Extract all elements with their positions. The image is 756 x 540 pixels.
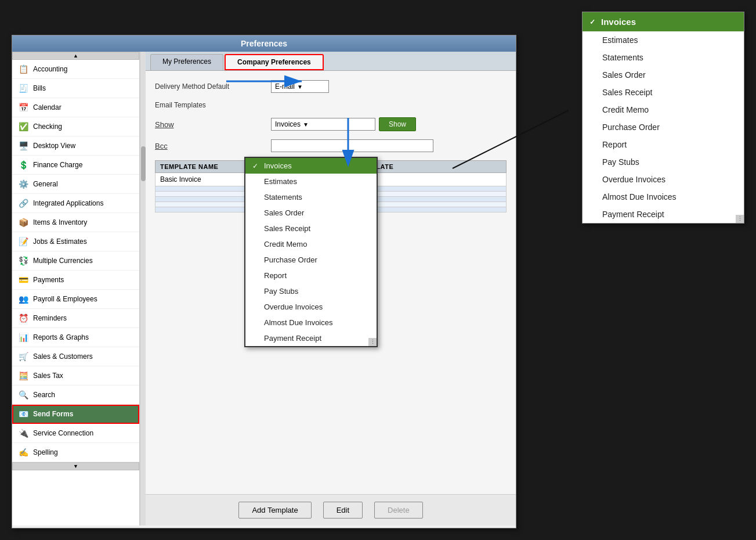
sidebar-item-sales-customers[interactable]: 🛒Sales & Customers bbox=[12, 347, 139, 366]
inline-dropdown-item-statements[interactable]: Statements bbox=[245, 189, 377, 205]
inline-dropdown-item-overdue-invoices[interactable]: Overdue Invoices bbox=[245, 299, 377, 315]
sidebar-item-general[interactable]: ⚙️General bbox=[12, 175, 139, 194]
big-dropdown-item-almost-due-invoices[interactable]: Almost Due Invoices bbox=[583, 188, 744, 206]
spelling-label: Spelling bbox=[33, 448, 58, 456]
big-dropdown-item-invoices[interactable]: ✓Invoices bbox=[583, 12, 744, 31]
show-button[interactable]: Show bbox=[379, 117, 416, 131]
reminders-icon: ⏰ bbox=[17, 312, 30, 325]
dropdown-item-label: Statements bbox=[264, 193, 302, 201]
checking-label: Checking bbox=[33, 123, 62, 131]
sidebar-item-search[interactable]: 🔍Search bbox=[12, 386, 139, 405]
accounting-label: Accounting bbox=[33, 65, 67, 73]
sidebar-scroll-thumb[interactable] bbox=[141, 146, 146, 181]
sales-tax-label: Sales Tax bbox=[33, 372, 63, 380]
dropdown-item-label: Almost Due Invoices bbox=[602, 192, 677, 201]
big-dropdown-item-credit-memo[interactable]: Credit Memo bbox=[583, 101, 744, 118]
service-connection-label: Service Connection bbox=[33, 429, 93, 437]
sidebar-item-send-forms[interactable]: 📧Send Forms bbox=[12, 405, 139, 424]
dropdown-item-label: Invoices bbox=[601, 17, 636, 27]
dropdown-item-label: Credit Memo bbox=[264, 240, 307, 249]
inline-dropdown-item-almost-due-invoices[interactable]: Almost Due Invoices bbox=[245, 315, 377, 330]
inline-dropdown-item-purchase-order[interactable]: Purchase Order bbox=[245, 252, 377, 268]
bcc-input[interactable] bbox=[271, 139, 433, 152]
big-dropdown-item-sales-receipt[interactable]: Sales Receipt bbox=[583, 84, 744, 101]
sidebar-item-calendar[interactable]: 📅Calendar bbox=[12, 98, 139, 117]
sidebar-item-service-connection[interactable]: 🔌Service Connection bbox=[12, 424, 139, 443]
bills-label: Bills bbox=[33, 84, 46, 92]
window-titlebar: Preferences bbox=[12, 35, 516, 52]
inline-dropdown-item-estimates[interactable]: Estimates bbox=[245, 174, 377, 189]
sidebar-item-finance-charge[interactable]: 💲Finance Charge bbox=[12, 156, 139, 175]
reports-graphs-icon: 📊 bbox=[17, 331, 30, 344]
sidebar-scrollbar[interactable] bbox=[140, 52, 146, 525]
sidebar-item-reports-graphs[interactable]: 📊Reports & Graphs bbox=[12, 328, 139, 347]
sidebar-item-items-inventory[interactable]: 📦Items & Inventory bbox=[12, 213, 139, 232]
show-select[interactable]: Invoices ▼ bbox=[271, 118, 375, 131]
sidebar-item-reminders[interactable]: ⏰Reminders bbox=[12, 309, 139, 328]
inline-dropdown-item-sales-order[interactable]: Sales Order bbox=[245, 205, 377, 221]
dropdown-item-label: Estimates bbox=[602, 35, 638, 45]
dropdown-item-label: Statements bbox=[602, 53, 643, 62]
inline-dropdown-item-report[interactable]: Report bbox=[245, 268, 377, 283]
sidebar-item-payroll-employees[interactable]: 👥Payroll & Employees bbox=[12, 290, 139, 309]
big-dropdown-item-purchase-order[interactable]: Purchase Order bbox=[583, 118, 744, 136]
dropdown-item-label: Report bbox=[602, 140, 627, 149]
inline-dropdown-item-pay-stubs[interactable]: Pay Stubs bbox=[245, 283, 377, 299]
bottom-bar: Add Template Edit Delete bbox=[146, 494, 516, 525]
inline-dropdown-item-sales-receipt[interactable]: Sales Receipt bbox=[245, 221, 377, 236]
big-dropdown-item-sales-order[interactable]: Sales Order bbox=[583, 66, 744, 84]
checkmark-icon: ✓ bbox=[589, 18, 598, 26]
dropdown-item-label: Sales Order bbox=[602, 70, 646, 80]
inline-dropdown-item-invoices[interactable]: ✓Invoices bbox=[245, 158, 377, 174]
dropdown-item-label: Pay Stubs bbox=[602, 157, 639, 167]
edit-button[interactable]: Edit bbox=[323, 502, 363, 519]
tab-my-preferences[interactable]: My Preferences bbox=[150, 54, 223, 70]
sidebar-item-jobs-estimates[interactable]: 📝Jobs & Estimates bbox=[12, 232, 139, 251]
bcc-row: Bcc bbox=[155, 139, 507, 152]
add-template-button[interactable]: Add Template bbox=[238, 502, 311, 519]
checking-icon: ✅ bbox=[17, 120, 30, 133]
dropdown-item-label: Payment Receipt bbox=[602, 210, 664, 219]
inline-dropdown-scroll[interactable]: ⋮ bbox=[368, 338, 377, 346]
dropdown-item-label: Estimates bbox=[264, 177, 297, 186]
big-dropdown-item-payment-receipt[interactable]: Payment Receipt bbox=[583, 206, 744, 223]
sidebar-item-multiple-currencies[interactable]: 💱Multiple Currencies bbox=[12, 251, 139, 271]
show-label: Show bbox=[155, 120, 271, 129]
delivery-method-control: E-mail ▼ bbox=[271, 80, 329, 93]
sidebar-scroll-up[interactable]: ▲ bbox=[12, 52, 139, 60]
tab-company-preferences[interactable]: Company Preferences bbox=[225, 54, 324, 70]
finance-charge-icon: 💲 bbox=[17, 159, 30, 171]
big-dropdown-item-estimates[interactable]: Estimates bbox=[583, 31, 744, 49]
dropdown-item-label: Credit Memo bbox=[602, 105, 649, 114]
items-inventory-label: Items & Inventory bbox=[33, 218, 87, 226]
inline-dropdown-item-payment-receipt[interactable]: Payment Receipt bbox=[245, 330, 377, 346]
window-title: Preferences bbox=[241, 39, 287, 48]
sidebar-item-sales-tax[interactable]: 🧮Sales Tax bbox=[12, 366, 139, 386]
dropdown-item-label: Invoices bbox=[264, 161, 292, 170]
sidebar-item-spelling[interactable]: ✍️Spelling bbox=[12, 443, 139, 462]
delete-button[interactable]: Delete bbox=[374, 502, 423, 519]
dropdown-item-label: Purchase Order bbox=[264, 255, 317, 264]
sidebar-item-integrated-apps[interactable]: 🔗Integrated Applications bbox=[12, 194, 139, 213]
big-dropdown-item-report[interactable]: Report bbox=[583, 136, 744, 153]
sidebar-item-desktop-view[interactable]: 🖥️Desktop View bbox=[12, 136, 139, 156]
bills-icon: 🧾 bbox=[17, 82, 30, 95]
inline-dropdown-item-credit-memo[interactable]: Credit Memo bbox=[245, 236, 377, 252]
sidebar-item-bills[interactable]: 🧾Bills bbox=[12, 79, 139, 98]
sales-customers-label: Sales & Customers bbox=[33, 352, 93, 361]
dropdown-item-label: Pay Stubs bbox=[264, 287, 298, 296]
preferences-window: Preferences ▲ 📋Accounting🧾Bills📅Calendar… bbox=[12, 35, 516, 528]
big-dropdown-scroll[interactable]: ⋮ bbox=[736, 215, 744, 223]
sidebar-item-accounting[interactable]: 📋Accounting bbox=[12, 60, 139, 79]
sidebar-scroll-down[interactable]: ▼ bbox=[12, 462, 139, 470]
big-dropdown-item-statements[interactable]: Statements bbox=[583, 49, 744, 66]
reminders-label: Reminders bbox=[33, 314, 67, 322]
finance-charge-label: Finance Charge bbox=[33, 161, 82, 169]
calendar-icon: 📅 bbox=[17, 101, 30, 114]
big-dropdown-item-pay-stubs[interactable]: Pay Stubs bbox=[583, 153, 744, 171]
sidebar-item-checking[interactable]: ✅Checking bbox=[12, 117, 139, 136]
big-dropdown-item-overdue-invoices[interactable]: Overdue Invoices bbox=[583, 171, 744, 188]
sidebar-item-payments[interactable]: 💳Payments bbox=[12, 271, 139, 290]
select-arrow-icon: ▼ bbox=[297, 84, 303, 90]
delivery-method-select[interactable]: E-mail ▼ bbox=[271, 80, 329, 93]
